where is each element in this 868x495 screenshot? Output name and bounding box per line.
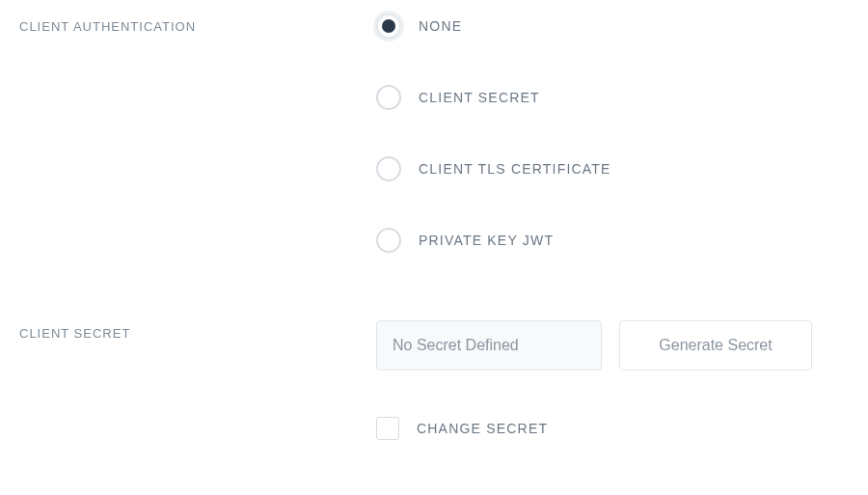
control-column: Generate Secret Change Secret: [376, 320, 849, 440]
auth-radio-group: None Client Secret Client TLS Certificat…: [376, 14, 849, 253]
radio-icon: [376, 228, 401, 253]
radio-option-private-key-jwt[interactable]: Private Key JWT: [376, 228, 849, 253]
radio-option-client-tls[interactable]: Client TLS Certificate: [376, 156, 849, 181]
secret-controls: Generate Secret: [376, 320, 849, 371]
generate-secret-button[interactable]: Generate Secret: [619, 320, 812, 371]
radio-icon: [376, 156, 401, 181]
label-column: Client Secret: [19, 320, 376, 342]
radio-label-client-tls: Client TLS Certificate: [419, 161, 611, 177]
client-secret-label: Client Secret: [19, 326, 130, 341]
radio-icon: [376, 85, 401, 110]
control-column: None Client Secret Client TLS Certificat…: [376, 14, 849, 253]
client-secret-row: Client Secret Generate Secret Change Sec…: [19, 320, 849, 440]
radio-option-none[interactable]: None: [376, 14, 849, 39]
radio-label-client-secret: Client Secret: [419, 90, 540, 105]
radio-dot-icon: [382, 19, 395, 33]
radio-label-private-key-jwt: Private Key JWT: [419, 233, 554, 248]
radio-option-client-secret[interactable]: Client Secret: [376, 85, 849, 110]
radio-icon: [376, 14, 401, 39]
label-column: Client Authentication: [19, 14, 376, 35]
client-secret-input[interactable]: [376, 320, 602, 371]
client-authentication-row: Client Authentication None Client Secret: [19, 14, 849, 253]
client-authentication-label: Client Authentication: [19, 19, 196, 34]
change-secret-row: Change Secret: [376, 417, 849, 440]
change-secret-label: Change Secret: [417, 421, 548, 436]
radio-label-none: None: [419, 18, 462, 34]
change-secret-checkbox[interactable]: [376, 417, 399, 440]
